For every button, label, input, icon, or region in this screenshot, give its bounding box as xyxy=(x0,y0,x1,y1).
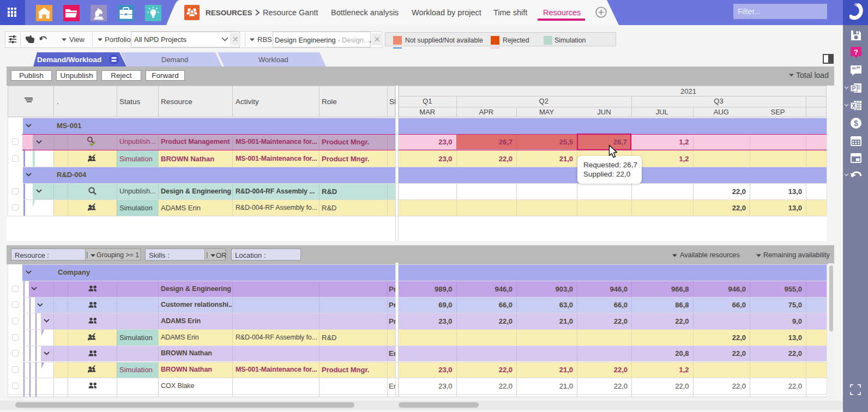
svg-text:P: P xyxy=(852,85,855,92)
svg-text:“”: “” xyxy=(852,65,860,74)
svg-text:X: X xyxy=(852,102,856,109)
svg-text:?: ? xyxy=(854,48,858,56)
svg-text:$: $ xyxy=(854,119,858,128)
